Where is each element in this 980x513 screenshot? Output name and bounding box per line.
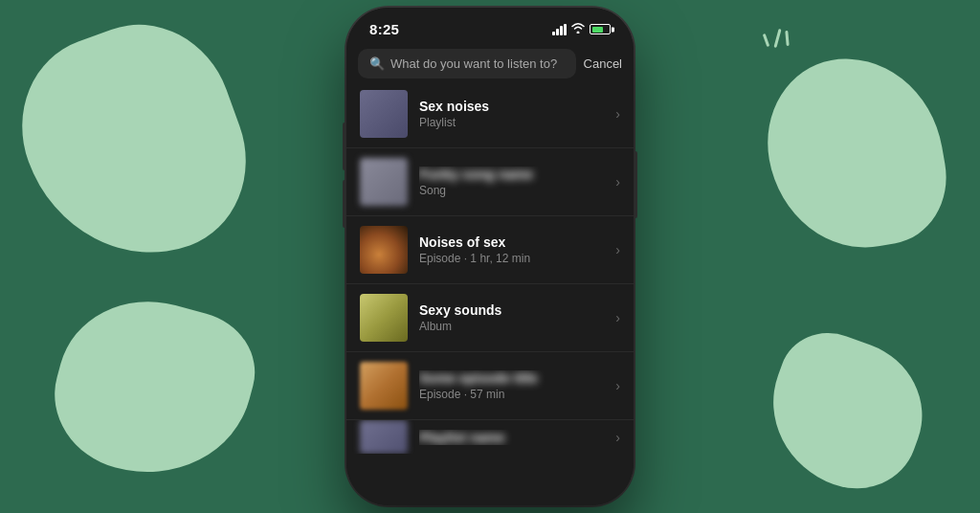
- deco-line-1: [773, 29, 781, 48]
- signal-bar-4: [564, 24, 567, 35]
- result-info-3: Noises of sex Episode · 1 hr, 12 min: [419, 234, 604, 265]
- chevron-right-icon-2: ›: [615, 174, 620, 190]
- result-title-6: Playlist name: [419, 430, 604, 445]
- result-title-3: Noises of sex: [419, 234, 604, 250]
- result-subtitle-5: Episode · 57 min: [419, 388, 604, 401]
- result-thumbnail-5: [360, 362, 408, 410]
- result-title-2: Funky song name: [419, 167, 604, 182]
- search-icon: 🔍: [369, 56, 385, 71]
- result-item-noises-of-sex[interactable]: Noises of sex Episode · 1 hr, 12 min ›: [346, 216, 634, 284]
- status-icons: [552, 22, 611, 36]
- status-time: 8:25: [369, 21, 399, 37]
- result-info-4: Sexy sounds Album: [419, 302, 604, 333]
- chevron-right-icon-5: ›: [615, 378, 620, 393]
- result-item-playlist2[interactable]: Playlist name ›: [346, 420, 634, 454]
- result-thumbnail-4: [360, 294, 408, 342]
- battery-icon: [590, 24, 611, 34]
- result-subtitle-3: Episode · 1 hr, 12 min: [419, 252, 604, 265]
- phone: 8:25: [346, 8, 634, 505]
- bg-shape-3: [754, 44, 957, 262]
- result-info-2: Funky song name Song: [419, 167, 604, 197]
- search-input-container[interactable]: 🔍 What do you want to listen to?: [358, 49, 576, 78]
- chevron-right-icon-4: ›: [615, 310, 620, 325]
- decorative-lines: [750, 29, 789, 67]
- wifi-icon: [571, 22, 585, 36]
- bg-shape-2: [38, 280, 268, 497]
- result-title-1: Sex noises: [419, 99, 604, 114]
- deco-line-2: [763, 33, 770, 47]
- bg-shape-1: [0, 0, 272, 287]
- phone-wrapper: 8:25: [346, 8, 634, 505]
- search-bar[interactable]: 🔍 What do you want to listen to? Cancel: [358, 49, 622, 78]
- result-item-episode2[interactable]: Some episode title Episode · 57 min ›: [346, 352, 634, 420]
- cancel-button[interactable]: Cancel: [584, 56, 622, 71]
- result-thumbnail-6: [360, 420, 408, 454]
- result-info-6: Playlist name: [419, 430, 604, 445]
- signal-icon: [552, 24, 567, 35]
- result-item-sex-noises[interactable]: Sex noises Playlist ›: [346, 80, 634, 148]
- signal-bar-1: [552, 32, 555, 35]
- status-bar: 8:25: [346, 8, 634, 45]
- result-title-5: Some episode title: [419, 370, 604, 386]
- signal-bar-2: [556, 29, 559, 35]
- deco-line-3: [785, 31, 789, 46]
- result-item-song[interactable]: Funky song name Song ›: [346, 148, 634, 216]
- chevron-right-icon-6: ›: [615, 430, 620, 445]
- result-thumbnail-1: [360, 90, 408, 138]
- phone-screen: 8:25: [346, 8, 634, 505]
- result-subtitle-2: Song: [419, 184, 604, 197]
- result-info-5: Some episode title Episode · 57 min: [419, 370, 604, 401]
- result-title-4: Sexy sounds: [419, 302, 604, 318]
- bg-shape-4: [749, 319, 943, 506]
- result-thumbnail-2: [360, 158, 408, 206]
- result-thumbnail-3: [360, 226, 408, 274]
- results-list: Sex noises Playlist › Funky song name So…: [346, 80, 634, 505]
- result-subtitle-1: Playlist: [419, 116, 604, 129]
- search-placeholder: What do you want to listen to?: [390, 56, 565, 71]
- signal-bar-3: [560, 26, 563, 35]
- chevron-right-icon-3: ›: [615, 242, 620, 257]
- result-subtitle-4: Album: [419, 320, 604, 333]
- power-button: [634, 151, 637, 218]
- result-item-sexy-sounds[interactable]: Sexy sounds Album ›: [346, 284, 634, 352]
- result-info-1: Sex noises Playlist: [419, 99, 604, 129]
- chevron-right-icon-1: ›: [615, 106, 620, 122]
- battery-fill: [592, 27, 604, 33]
